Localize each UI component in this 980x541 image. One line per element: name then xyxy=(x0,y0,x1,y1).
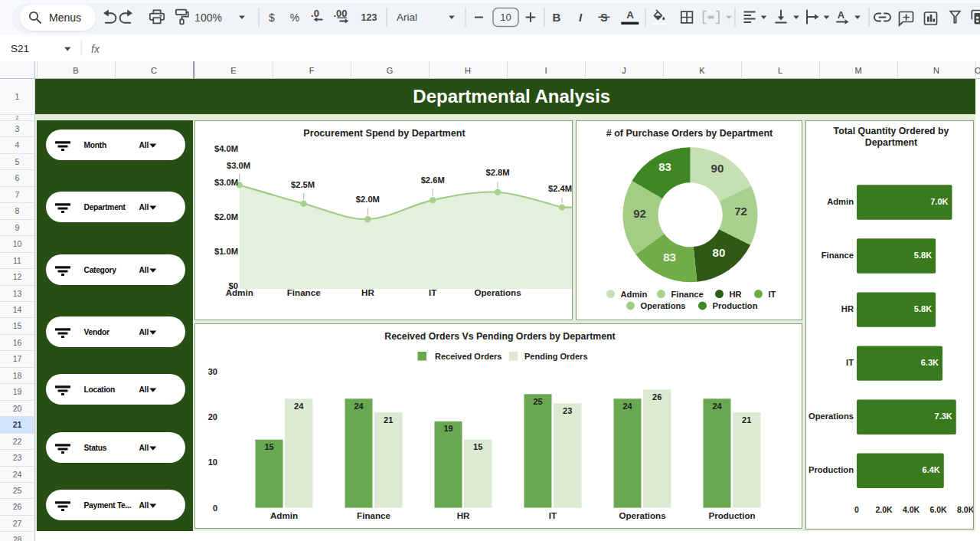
svg-text:All: All xyxy=(139,203,149,211)
svg-text:100%: 100% xyxy=(194,11,222,24)
svg-text:Received Orders: Received Orders xyxy=(435,352,501,361)
svg-text:Payment Te...: Payment Te... xyxy=(83,500,131,509)
svg-text:4.0K: 4.0K xyxy=(903,504,920,513)
svg-text:Month: Month xyxy=(83,140,106,149)
svg-text:83: 83 xyxy=(663,250,676,263)
svg-text:Production: Production xyxy=(708,511,755,521)
svg-text:$3.0M: $3.0M xyxy=(214,178,238,187)
svg-text:92: 92 xyxy=(633,206,646,219)
svg-text:All: All xyxy=(139,385,149,393)
svg-text:24: 24 xyxy=(354,402,364,411)
svg-text:IT: IT xyxy=(768,290,776,299)
svg-text:IT: IT xyxy=(549,511,557,521)
svg-text:$2.6M: $2.6M xyxy=(421,175,445,184)
svg-text:$2.5M: $2.5M xyxy=(291,179,315,189)
svg-text:Finance: Finance xyxy=(671,290,703,299)
svg-text:15: 15 xyxy=(264,443,273,452)
svg-text:5.8K: 5.8K xyxy=(914,250,932,259)
svg-text:24: 24 xyxy=(622,402,632,411)
svg-text:10: 10 xyxy=(208,458,217,467)
svg-text:Department: Department xyxy=(865,136,917,147)
svg-text:Operations: Operations xyxy=(640,301,685,310)
svg-text:30: 30 xyxy=(208,367,217,376)
svg-text:.0: .0 xyxy=(311,8,319,19)
svg-text:123: 123 xyxy=(361,12,377,23)
svg-text:A: A xyxy=(838,9,845,21)
svg-text:$: $ xyxy=(269,11,275,24)
svg-text:Received Orders Vs Pending Ord: Received Orders Vs Pending Orders by Dep… xyxy=(384,332,615,343)
svg-text:2.0K: 2.0K xyxy=(875,504,893,513)
svg-text:Production: Production xyxy=(808,465,854,474)
svg-text:Finance: Finance xyxy=(822,250,854,259)
svg-text:8.0K: 8.0K xyxy=(957,504,972,513)
svg-text:$1.0M: $1.0M xyxy=(214,246,238,255)
svg-text:Total Quantity Ordered by: Total Quantity Ordered by xyxy=(834,125,949,136)
svg-text:Status: Status xyxy=(83,443,106,451)
svg-text:Admin: Admin xyxy=(827,196,854,205)
svg-text:$2.8M: $2.8M xyxy=(485,168,509,177)
svg-text:IT: IT xyxy=(429,287,436,297)
svg-text:21: 21 xyxy=(384,415,393,425)
svg-text:All: All xyxy=(139,500,149,509)
svg-text:15: 15 xyxy=(473,443,482,452)
svg-text:$2.0M: $2.0M xyxy=(356,194,380,203)
svg-text:All: All xyxy=(139,140,149,149)
svg-text:%: % xyxy=(290,11,299,24)
svg-text:B: B xyxy=(553,11,561,24)
svg-text:HR: HR xyxy=(457,511,470,521)
svg-text:Operations: Operations xyxy=(474,287,521,297)
svg-text:Finance: Finance xyxy=(357,511,390,521)
svg-text:7.0K: 7.0K xyxy=(930,196,948,205)
svg-text:5.8K: 5.8K xyxy=(914,303,932,313)
svg-text:Admin: Admin xyxy=(270,511,298,521)
svg-text:$2.4M: $2.4M xyxy=(548,184,572,193)
svg-text:S21: S21 xyxy=(11,43,29,54)
svg-text:All: All xyxy=(139,265,149,274)
svg-text:72: 72 xyxy=(734,205,747,218)
svg-text:All: All xyxy=(139,443,149,451)
svg-text:Arial: Arial xyxy=(397,11,417,23)
svg-text:$2.0M: $2.0M xyxy=(214,211,238,221)
svg-text:23: 23 xyxy=(563,406,572,415)
svg-text:6.0K: 6.0K xyxy=(930,504,948,513)
svg-text:Operations: Operations xyxy=(808,411,854,421)
svg-text:20: 20 xyxy=(208,412,217,421)
svg-text:Category: Category xyxy=(83,265,116,274)
svg-text:0: 0 xyxy=(213,503,217,513)
svg-text:fx: fx xyxy=(91,43,100,55)
svg-text:10: 10 xyxy=(500,11,511,23)
svg-text:24: 24 xyxy=(712,402,722,411)
svg-text:0: 0 xyxy=(854,504,859,513)
svg-text:$4.0M: $4.0M xyxy=(214,143,238,152)
svg-text:$3.0M: $3.0M xyxy=(227,160,250,169)
svg-text:HR: HR xyxy=(729,290,741,299)
svg-text:Admin: Admin xyxy=(620,290,647,299)
svg-text:Pending Orders: Pending Orders xyxy=(524,352,588,361)
svg-text:7.3K: 7.3K xyxy=(935,411,952,421)
svg-text:Vendor: Vendor xyxy=(83,328,109,336)
svg-text:Operations: Operations xyxy=(619,511,665,521)
svg-text:# of Purchase Orders by Depart: # of Purchase Orders by Department xyxy=(606,127,773,138)
svg-text:90: 90 xyxy=(710,161,724,174)
svg-text:Procurement Spend by Departmen: Procurement Spend by Department xyxy=(303,127,466,138)
svg-text:IT: IT xyxy=(846,357,854,366)
svg-text:Department: Department xyxy=(83,203,126,211)
svg-text:25: 25 xyxy=(533,397,542,406)
svg-text:80: 80 xyxy=(712,245,725,258)
svg-text:26: 26 xyxy=(652,392,662,402)
svg-text:21: 21 xyxy=(742,415,751,425)
svg-text:Finance: Finance xyxy=(287,287,321,297)
svg-text:24: 24 xyxy=(294,402,304,411)
svg-text:83: 83 xyxy=(658,160,671,173)
svg-text:Admin: Admin xyxy=(226,287,253,297)
svg-text:Production: Production xyxy=(712,301,757,310)
svg-text:19: 19 xyxy=(443,425,452,434)
svg-text:HR: HR xyxy=(841,303,854,313)
svg-text:I: I xyxy=(579,11,583,24)
svg-text:HR: HR xyxy=(361,287,374,297)
svg-text:All: All xyxy=(139,328,149,336)
svg-text:6.4K: 6.4K xyxy=(923,465,940,474)
svg-text:A: A xyxy=(626,9,634,21)
svg-text:6.3K: 6.3K xyxy=(921,357,939,366)
svg-text:Location: Location xyxy=(83,385,115,393)
